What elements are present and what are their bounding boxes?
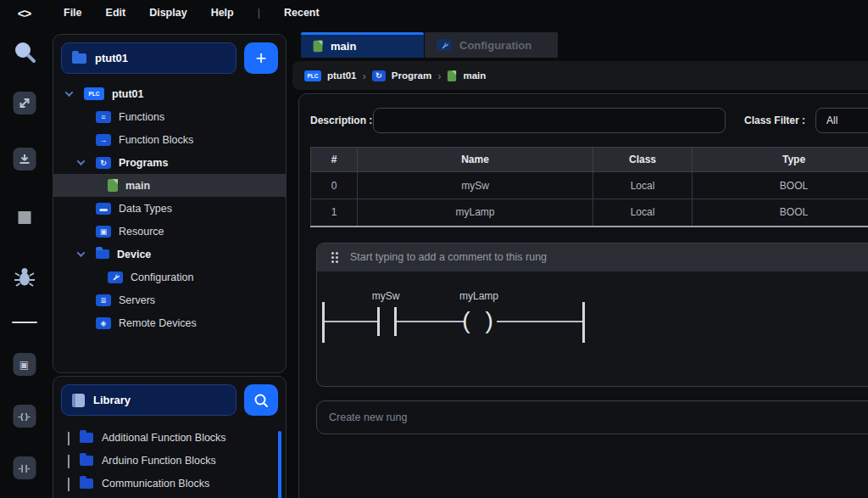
chevron-right-icon[interactable]: [68, 432, 70, 445]
table-row[interactable]: 0 mySw Local BOOL: [311, 172, 868, 199]
coil-element[interactable]: ( ): [461, 305, 498, 336]
menu-help[interactable]: Help: [211, 7, 234, 19]
library-title: Library: [93, 394, 131, 406]
rung-comment-placeholder[interactable]: Start typing to add a comment to this ru…: [350, 251, 547, 263]
tree-item-device[interactable]: Device: [61, 243, 278, 266]
left-power-rail: [322, 302, 325, 343]
wire-segment: [397, 321, 465, 322]
variables-table: # Name Class Type 0 mySw Local BOOL 1: [310, 147, 868, 227]
chevron-down-icon[interactable]: [65, 88, 74, 97]
search-icon[interactable]: [12, 40, 37, 65]
contact-icon[interactable]: -| |-: [13, 456, 36, 479]
description-label: Description :: [310, 115, 373, 126]
resource-icon: ▣: [96, 226, 111, 238]
programs-icon: ↻: [96, 157, 111, 169]
document-icon: [108, 179, 118, 192]
breadcrumb-separator: ›: [363, 70, 366, 82]
wrench-icon: [108, 271, 123, 283]
tab-configuration[interactable]: Configuration: [425, 32, 558, 58]
col-name[interactable]: Name: [358, 148, 593, 172]
description-row: Description : Class Filter : All: [310, 108, 868, 133]
add-button[interactable]: +: [244, 42, 278, 74]
library-item-partial[interactable]: [61, 495, 278, 498]
tree-item-remote-devices[interactable]: ◈ Remote Devices: [61, 311, 278, 334]
tab-bar: main Configuration: [301, 32, 868, 58]
folder-icon: [72, 53, 86, 64]
tree-item-configuration[interactable]: Configuration: [61, 266, 278, 288]
tree-item-functions[interactable]: ≡ Functions: [61, 105, 278, 128]
col-class[interactable]: Class: [593, 148, 693, 172]
coil-icon[interactable]: -( )-: [13, 405, 36, 428]
breadcrumb-project[interactable]: ptut01: [327, 70, 357, 81]
breadcrumb-program[interactable]: Program: [392, 70, 431, 81]
project-name-box[interactable]: ptut01: [61, 42, 236, 74]
menu-recent[interactable]: Recent: [284, 7, 320, 19]
menu-edit[interactable]: Edit: [106, 7, 126, 19]
tree-item-servers[interactable]: ≣ Servers: [61, 288, 278, 311]
debug-bug-icon[interactable]: [13, 266, 36, 289]
plc-icon: PLC: [304, 70, 321, 81]
tree-item-ptut01[interactable]: PLC ptut01: [61, 82, 278, 105]
scrollbar[interactable]: [278, 431, 281, 498]
chevron-down-icon[interactable]: [77, 157, 86, 165]
chevron-right-icon[interactable]: [68, 478, 70, 491]
book-icon: [72, 394, 85, 407]
description-input[interactable]: [373, 108, 726, 133]
tree-item-function-blocks[interactable]: → Function Blocks: [61, 128, 278, 151]
rail-divider: [12, 322, 37, 323]
tree-item-programs[interactable]: ↻ Programs: [61, 151, 278, 174]
app-logo-icon[interactable]: <>: [0, 6, 48, 20]
contact-element[interactable]: [377, 307, 380, 336]
menu-bar: <> File Edit Display Help | Recent: [0, 0, 868, 25]
tree-item-resource[interactable]: ▣ Resource: [61, 220, 278, 243]
breadcrumb: PLC ptut01 › ↻ Program › main: [292, 61, 868, 90]
functions-icon: ≡: [96, 111, 111, 123]
function-block-frame-icon[interactable]: ▣: [13, 353, 36, 376]
wire-segment: [325, 321, 377, 322]
download-icon[interactable]: [13, 148, 36, 171]
coil-label[interactable]: myLamp: [459, 290, 498, 302]
app-window: <> File Edit Display Help | Recent: [0, 0, 868, 498]
chevron-right-icon[interactable]: [68, 455, 70, 468]
breadcrumb-separator: ›: [437, 70, 441, 82]
menu-display[interactable]: Display: [149, 7, 186, 19]
table-header-row: # Name Class Type: [311, 148, 868, 172]
tab-main[interactable]: main: [301, 32, 424, 58]
menu-items: File Edit Display Help | Recent: [64, 7, 320, 19]
folder-icon: [80, 456, 93, 466]
main-area: main Configuration PLC ptut01 › ↻ Progra…: [292, 32, 868, 498]
device-folder-icon: [96, 249, 109, 259]
col-type[interactable]: Type: [693, 148, 868, 172]
plc-icon: PLC: [84, 87, 104, 100]
library-item-communication[interactable]: Communication Blocks: [61, 472, 278, 495]
library-search-button[interactable]: [244, 384, 278, 416]
editor-panel: Description : Class Filter : All # Name …: [298, 93, 868, 498]
breadcrumb-page[interactable]: main: [463, 70, 486, 81]
folder-icon: [80, 433, 93, 443]
class-filter-select[interactable]: All: [815, 108, 868, 133]
programs-icon: ↻: [372, 70, 386, 81]
library-title-box[interactable]: Library: [61, 384, 236, 416]
project-header: ptut01 +: [61, 42, 278, 74]
chevron-down-icon[interactable]: [77, 249, 86, 257]
tree-item-data-types[interactable]: ▬ Data Types: [61, 197, 278, 220]
drag-handle-icon[interactable]: [331, 252, 338, 263]
ladder-diagram: mySw myLamp ( ): [317, 271, 868, 386]
rung-comment-bar[interactable]: Start typing to add a comment to this ru…: [317, 243, 868, 271]
library-item-additional[interactable]: Additional Function Blocks: [61, 426, 278, 449]
tool-rail: ▣ -( )- -| |-: [0, 25, 48, 498]
project-tree: PLC ptut01 ≡ Functions → Function Blocks…: [61, 82, 278, 334]
library-item-arduino[interactable]: Arduino Function Blocks: [61, 449, 278, 472]
create-rung-input[interactable]: Create new rung: [316, 400, 868, 434]
data-types-icon: ▬: [96, 203, 111, 215]
project-panel: ptut01 + PLC ptut01 ≡ Functions → Functi…: [53, 34, 287, 373]
document-icon: [448, 70, 456, 81]
menu-file[interactable]: File: [64, 7, 82, 19]
contact-label[interactable]: mySw: [372, 290, 400, 302]
stop-icon[interactable]: [18, 211, 31, 224]
wrench-icon: [437, 39, 452, 51]
table-row[interactable]: 1 myLamp Local BOOL: [311, 199, 868, 227]
tree-item-main[interactable]: main: [53, 174, 286, 197]
col-index[interactable]: #: [311, 148, 358, 172]
expand-icon[interactable]: [13, 92, 36, 115]
